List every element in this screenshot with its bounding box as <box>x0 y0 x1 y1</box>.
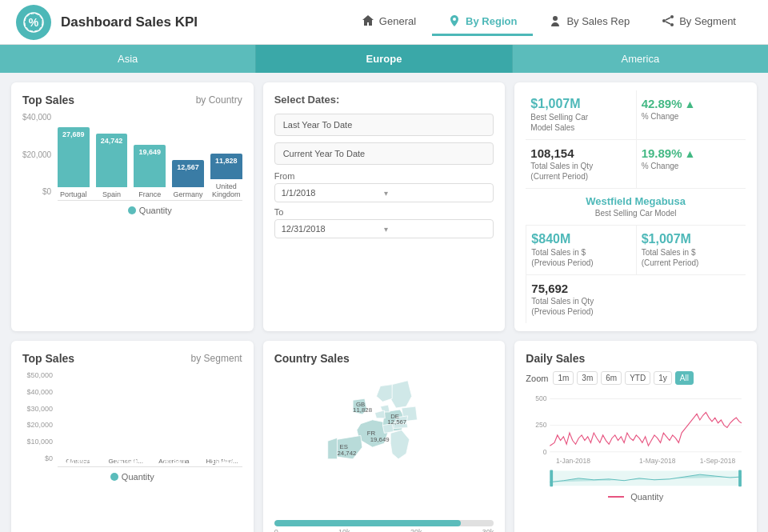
daily-sales-title: Daily Sales <box>526 352 585 365</box>
svg-point-3 <box>662 19 666 22</box>
kpi-pct-change-2: 19.89% ▲ % Change <box>636 140 746 189</box>
zoom-label: Zoom <box>526 374 548 383</box>
bar-germany: 12,567 <box>172 160 204 187</box>
date-selector-card: Select Dates: Last Year To Date Current … <box>263 82 506 331</box>
bar-spain: 24,742 <box>96 134 128 187</box>
segment-subtitle: by Segment <box>191 353 242 364</box>
kpi-best-selling-value: $1,007M Best Selling CarModel Sales <box>526 90 635 140</box>
kpi-label: Total Sales in $(Current Period) <box>642 247 741 268</box>
country-sales-card: Country Sales <box>263 341 506 532</box>
bars-container: 27,689 Portugal 24,742 Spain 19,649 <box>58 113 242 201</box>
kpi-curr-sales: $1,007M Total Sales in $(Current Period) <box>636 226 746 275</box>
daily-chart-svg: 500 250 0 1-Jan-2018 1-May-2018 1-Sep-20… <box>526 391 746 490</box>
kpi-label: % Change <box>642 111 741 122</box>
svg-line-7 <box>666 22 670 24</box>
card-header: Daily Sales <box>526 352 746 365</box>
daily-line <box>550 413 742 446</box>
svg-text:%: % <box>29 16 39 29</box>
nav-handle-right[interactable] <box>738 470 742 486</box>
to-label: To <box>274 207 494 217</box>
svg-point-4 <box>670 15 674 18</box>
nav-by-region[interactable]: By Region <box>432 8 533 36</box>
bar-portugal: 27,689 <box>58 127 90 187</box>
svg-point-5 <box>670 23 674 26</box>
zoom-3m[interactable]: 3m <box>577 371 598 385</box>
x-label-sep: 1-Sep-2018 <box>700 457 736 465</box>
bar-group: 11,828 United Kingdom <box>210 154 242 198</box>
kpi-value: 75,692 <box>531 282 630 295</box>
y-label-0: 0 <box>543 448 547 456</box>
zoom-ytd[interactable]: YTD <box>625 371 650 385</box>
y-axis-labels: $40,000 $20,000 $0 <box>22 113 54 196</box>
arrow-up-icon: ▲ <box>685 147 696 160</box>
kpi-label: Total Sales in Qty(Previous Period) <box>531 296 630 317</box>
card-header: Country Sales <box>274 352 494 365</box>
top-sales-segment-card: Top Sales by Segment $50,000 $40,000 $30… <box>11 341 254 532</box>
top-sales-subtitle: by Country <box>196 94 242 106</box>
nav-by-segment[interactable]: By Segment <box>646 8 752 36</box>
segment-chart-area: $50,000 $40,000 $30,000 $20,000 $10,000 … <box>22 371 242 482</box>
last-year-to-date-btn[interactable]: Last Year To Date <box>274 114 494 136</box>
main-content: Top Sales by Country $40,000 $20,000 $0 … <box>0 73 768 532</box>
map-bar: 0 10k 20k 30k <box>274 520 494 532</box>
legend-label: Quantity <box>139 206 172 215</box>
legend-line <box>608 496 624 498</box>
top-sales-title: Top Sales <box>22 94 74 106</box>
kpi-grid: $1,007M Best Selling CarModel Sales 42.8… <box>526 90 746 323</box>
kpi-card: $1,007M Best Selling CarModel Sales 42.8… <box>514 82 757 331</box>
bar-uk: 11,828 <box>210 154 242 179</box>
kpi-best-model: Westfield Megabusa Best Selling Car Mode… <box>526 189 746 226</box>
europe-map: FR 19,649 ES 24,742 GB 11,828 DE 12,567 <box>274 369 494 518</box>
kpi-value: $1,007M <box>642 232 741 246</box>
daily-chart-area: 500 250 0 1-Jan-2018 1-May-2018 1-Sep-20… <box>526 391 746 487</box>
map-bar-track <box>274 520 494 526</box>
kpi-pct: 19.89% <box>642 146 682 160</box>
nav-handle-left[interactable] <box>550 470 554 486</box>
legend-dot <box>128 206 136 214</box>
kpi-total-qty: 108,154 Total Sales in Qty(Current Perio… <box>526 140 635 189</box>
logo: % <box>16 5 51 40</box>
map-container: FR 19,649 ES 24,742 GB 11,828 DE 12,567 <box>274 371 494 515</box>
nav-by-sales-rep[interactable]: By Sales Rep <box>533 8 646 36</box>
chart-legend: Quantity <box>22 472 242 482</box>
segment-title: Top Sales <box>22 352 74 365</box>
kpi-label: % Change <box>642 161 741 171</box>
kpi-value: 108,154 <box>530 146 630 160</box>
tab-america[interactable]: America <box>513 45 768 73</box>
y-axis-labels: $50,000 $40,000 $30,000 $20,000 $10,000 … <box>22 371 56 462</box>
card-header: Top Sales by Country <box>22 94 242 106</box>
tab-europe[interactable]: Europe <box>256 45 512 73</box>
bars-area: 27,689 Portugal 24,742 Spain 19,649 <box>58 113 242 215</box>
kpi-pct-change-1: 42.89% ▲ % Change <box>636 90 746 140</box>
svg-line-6 <box>666 18 670 20</box>
card-header: Top Sales by Segment <box>22 352 242 365</box>
x-label-may: 1-May-2018 <box>639 457 676 465</box>
x-label-jan: 1-Jan-2018 <box>556 457 590 465</box>
kpi-label: Total Sales in $(Previous Period) <box>531 247 630 268</box>
zoom-1m[interactable]: 1m <box>553 371 574 385</box>
current-year-to-date-btn[interactable]: Current Year To Date <box>274 142 494 165</box>
select-dates-title: Select Dates: <box>274 94 494 106</box>
bar-chart-country: $40,000 $20,000 $0 27,689 Portugal 24,74… <box>22 113 242 215</box>
bar-group: 19,649 France <box>134 145 166 198</box>
kpi-value: $840M <box>531 232 630 246</box>
to-date-input[interactable]: 12/31/2018 ▾ <box>274 219 494 238</box>
bar-france: 19,649 <box>134 145 166 187</box>
bar-group: 20,440 Americana <box>154 454 194 465</box>
daily-legend-label: Quantity <box>630 492 663 502</box>
zoom-controls: Zoom 1m 3m 6m YTD 1y All <box>526 371 746 385</box>
y-label-250: 250 <box>536 421 547 429</box>
kpi-prev-qty: 75,692 Total Sales in Qty(Previous Perio… <box>526 275 635 323</box>
kpi-value: $1,007M <box>530 97 630 111</box>
legend-dot <box>110 473 118 481</box>
zoom-6m[interactable]: 6m <box>601 371 622 385</box>
kpi-prev-sales: $840M Total Sales in $(Previous Period) <box>526 226 635 275</box>
tab-asia[interactable]: Asia <box>0 45 256 73</box>
header-title: Dashboard Sales KPI <box>61 14 198 30</box>
zoom-all[interactable]: All <box>675 371 694 385</box>
bar-group: 26,374 German C... <box>106 454 146 465</box>
kpi-change: 42.89% ▲ <box>642 97 741 110</box>
nav-general[interactable]: General <box>346 8 432 36</box>
from-date-input[interactable]: 1/1/2018 ▾ <box>274 183 494 202</box>
zoom-1y[interactable]: 1y <box>654 371 672 385</box>
